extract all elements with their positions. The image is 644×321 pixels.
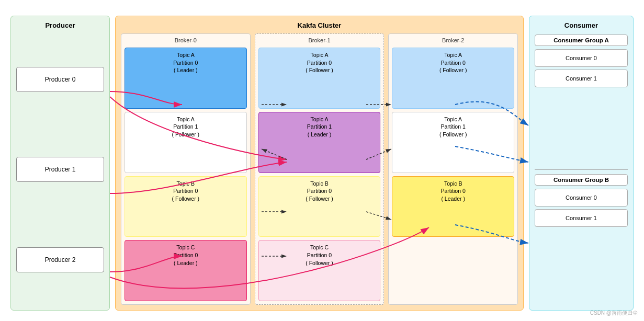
broker-2-partitions: Topic APartition 0( Follower ) Topic APa… bbox=[392, 48, 514, 301]
consumer-b-0: Consumer 0 bbox=[535, 189, 628, 207]
broker0-topicB-p0: Topic BPartition 0( Follower ) bbox=[125, 176, 247, 237]
consumer-section: Consumer Consumer Group A Consumer 0 Con… bbox=[529, 16, 634, 311]
broker2-topicB-p0: Topic BPartition 0( Leader ) bbox=[392, 176, 514, 237]
broker-1: Broker-1 Topic APartition 0( Follower ) … bbox=[255, 33, 385, 305]
broker0-topicA-p1: Topic APartition 1( Follower ) bbox=[125, 112, 247, 173]
broker-2: Broker-2 Topic APartition 0( Follower ) … bbox=[388, 33, 518, 305]
broker-0-title: Broker-0 bbox=[125, 37, 247, 43]
consumer-divider bbox=[535, 169, 628, 170]
broker1-topicC-p0: Topic CPartition 0( Follower ) bbox=[258, 240, 381, 301]
consumer-group-b-title: Consumer Group B bbox=[535, 174, 628, 186]
consumer-a-1: Consumer 1 bbox=[535, 70, 628, 87]
broker-2-title: Broker-2 bbox=[392, 37, 514, 43]
main-layout: Producer Producer 0 Producer 1 Producer … bbox=[0, 0, 644, 321]
consumer-group-a-title: Consumer Group A bbox=[535, 35, 628, 46]
brokers-row: Broker-0 Topic APartition 0( Leader ) To… bbox=[121, 33, 518, 305]
broker2-topicA-p0: Topic APartition 0( Follower ) bbox=[392, 48, 514, 109]
broker-1-partitions: Topic APartition 0( Follower ) Topic APa… bbox=[258, 48, 381, 301]
broker0-topicA-p0: Topic APartition 0( Leader ) bbox=[125, 48, 247, 109]
broker0-topicC-p0: Topic CPartition 0( Leader ) bbox=[125, 240, 247, 301]
kafka-title: Kakfa Cluster bbox=[121, 21, 518, 29]
broker1-topicA-p0: Topic APartition 0( Follower ) bbox=[258, 48, 381, 109]
consumer-group-a: Consumer Group A Consumer 0 Consumer 1 bbox=[535, 35, 628, 160]
consumer-title: Consumer bbox=[535, 21, 628, 29]
broker-0: Broker-0 Topic APartition 0( Leader ) To… bbox=[121, 33, 251, 305]
broker2-topicA-p1: Topic APartition 1( Follower ) bbox=[392, 112, 514, 173]
producer-title: Producer bbox=[16, 21, 104, 29]
broker1-topicA-p1: Topic APartition 1( Leader ) bbox=[258, 112, 381, 173]
consumer-b-1: Consumer 1 bbox=[535, 209, 628, 227]
watermark: CSDN @落雨便归尘 bbox=[590, 309, 638, 317]
consumer-group-b: Consumer Group B Consumer 0 Consumer 1 bbox=[535, 174, 628, 300]
consumer-a-0: Consumer 0 bbox=[535, 49, 628, 67]
broker-0-partitions: Topic APartition 0( Leader ) Topic APart… bbox=[125, 48, 247, 301]
producer-2: Producer 2 bbox=[16, 247, 104, 272]
producer-0: Producer 0 bbox=[16, 67, 104, 92]
producer-1: Producer 1 bbox=[16, 157, 104, 182]
kafka-section: Kakfa Cluster Broker-0 Topic APartition … bbox=[115, 16, 524, 311]
broker-1-title: Broker-1 bbox=[258, 37, 381, 43]
producer-list: Producer 0 Producer 1 Producer 2 bbox=[16, 35, 104, 305]
producer-section: Producer Producer 0 Producer 1 Producer … bbox=[10, 16, 110, 311]
broker1-topicB-p0: Topic BPartition 0( Follower ) bbox=[258, 176, 381, 237]
